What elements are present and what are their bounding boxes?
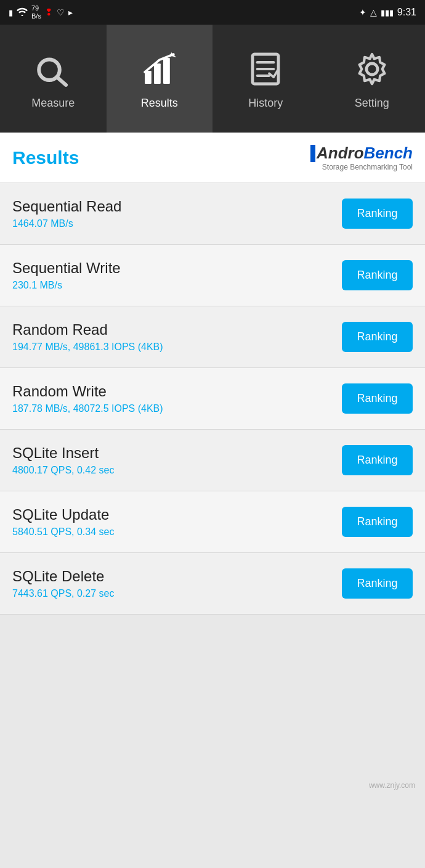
result-info-sqlite-insert: SQLite Insert 4800.17 QPS, 0.42 sec bbox=[12, 444, 342, 476]
result-info-sqlite-delete: SQLite Delete 7443.61 QPS, 0.27 sec bbox=[12, 568, 342, 599]
result-row-sqlite-insert: SQLite Insert 4800.17 QPS, 0.42 sec Rank… bbox=[0, 430, 425, 491]
result-value-sequential-read: 1464.07 MB/s bbox=[12, 218, 342, 229]
result-value-sequential-write: 230.1 MB/s bbox=[12, 280, 342, 291]
tab-measure[interactable]: Measure bbox=[0, 25, 107, 133]
watermark: www.znjy.com bbox=[0, 775, 425, 796]
battery-icon: ▮▮▮ bbox=[381, 8, 394, 17]
ranking-btn-sqlite-update[interactable]: Ranking bbox=[342, 507, 413, 537]
brand-name: AndroBench bbox=[317, 144, 413, 163]
result-row-sqlite-delete: SQLite Delete 7443.61 QPS, 0.27 sec Rank… bbox=[0, 553, 425, 615]
svg-rect-2 bbox=[145, 71, 152, 84]
speed-text: 79B/s bbox=[31, 4, 41, 20]
brand-accent bbox=[310, 145, 315, 162]
result-name-sequential-write: Sequential Write bbox=[12, 260, 342, 277]
tab-measure-label: Measure bbox=[31, 97, 75, 110]
result-info-sqlite-update: SQLite Update 5840.51 QPS, 0.34 sec bbox=[12, 506, 342, 538]
time-display: 9:31 bbox=[397, 7, 416, 18]
status-bar: ▮ 79B/s ❢ ♡ ▸ ✦ △ ▮▮▮ 9:31 bbox=[0, 0, 425, 25]
nav-tabs: Measure Results History bbox=[0, 25, 425, 133]
history-icon bbox=[244, 47, 287, 91]
svg-rect-3 bbox=[154, 63, 161, 84]
results-icon bbox=[138, 47, 181, 91]
result-row-sequential-read: Sequential Read 1464.07 MB/s Ranking bbox=[0, 183, 425, 245]
status-left-icons: ▮ 79B/s ❢ ♡ ▸ bbox=[9, 4, 73, 20]
brand-andro: Andro bbox=[317, 144, 364, 162]
result-value-sqlite-insert: 4800.17 QPS, 0.42 sec bbox=[12, 465, 342, 476]
result-value-sqlite-delete: 7443.61 QPS, 0.27 sec bbox=[12, 588, 342, 599]
setting-icon bbox=[350, 47, 394, 91]
result-name-random-read: Random Read bbox=[12, 321, 342, 338]
ranking-btn-random-write[interactable]: Ranking bbox=[342, 383, 413, 414]
ranking-btn-random-read[interactable]: Ranking bbox=[342, 322, 413, 352]
status-right-icons: ✦ △ ▮▮▮ 9:31 bbox=[359, 7, 416, 18]
measure-icon bbox=[31, 47, 75, 91]
brand-bench: Bench bbox=[364, 144, 413, 162]
result-row-sequential-write: Sequential Write 230.1 MB/s Ranking bbox=[0, 245, 425, 306]
tab-history[interactable]: History bbox=[212, 25, 319, 133]
shield-icon: ▸ bbox=[68, 7, 73, 17]
page-title: Results bbox=[12, 147, 79, 168]
ranking-btn-sqlite-insert[interactable]: Ranking bbox=[342, 445, 413, 475]
result-value-random-read: 194.77 MB/s, 49861.3 IOPS (4KB) bbox=[12, 342, 342, 353]
brand-logo: AndroBench Storage Benchmarking Tool bbox=[310, 144, 413, 171]
ranking-btn-sqlite-delete[interactable]: Ranking bbox=[342, 568, 413, 599]
result-info-random-write: Random Write 187.78 MB/s, 48072.5 IOPS (… bbox=[12, 383, 342, 414]
ranking-btn-sequential-read[interactable]: Ranking bbox=[342, 199, 413, 229]
ranking-btn-sequential-write[interactable]: Ranking bbox=[342, 260, 413, 290]
result-name-sqlite-insert: SQLite Insert bbox=[12, 444, 342, 462]
tab-setting[interactable]: Setting bbox=[319, 25, 426, 133]
svg-line-1 bbox=[57, 77, 66, 85]
results-list: Sequential Read 1464.07 MB/s Ranking Seq… bbox=[0, 183, 425, 615]
tab-results-label: Results bbox=[141, 97, 178, 110]
huawei-icon: ❢ bbox=[45, 7, 53, 18]
tab-results[interactable]: Results bbox=[107, 25, 213, 133]
result-name-sequential-read: Sequential Read bbox=[12, 198, 342, 215]
brand-subtitle: Storage Benchmarking Tool bbox=[322, 163, 413, 171]
page-header: Results AndroBench Storage Benchmarking … bbox=[0, 133, 425, 183]
bluetooth-icon: ✦ bbox=[359, 7, 366, 17]
watermark-text: www.znjy.com bbox=[369, 781, 415, 790]
result-name-sqlite-update: SQLite Update bbox=[12, 506, 342, 523]
heart-icon: ♡ bbox=[57, 7, 65, 17]
result-row-random-read: Random Read 194.77 MB/s, 49861.3 IOPS (4… bbox=[0, 306, 425, 368]
tab-history-label: History bbox=[248, 97, 283, 110]
result-name-sqlite-delete: SQLite Delete bbox=[12, 568, 342, 585]
result-info-random-read: Random Read 194.77 MB/s, 49861.3 IOPS (4… bbox=[12, 321, 342, 353]
result-value-random-write: 187.78 MB/s, 48072.5 IOPS (4KB) bbox=[12, 403, 342, 414]
bottom-space bbox=[0, 615, 425, 775]
result-row-sqlite-update: SQLite Update 5840.51 QPS, 0.34 sec Rank… bbox=[0, 491, 425, 553]
result-row-random-write: Random Write 187.78 MB/s, 48072.5 IOPS (… bbox=[0, 368, 425, 430]
tab-setting-label: Setting bbox=[355, 97, 389, 110]
result-name-random-write: Random Write bbox=[12, 383, 342, 400]
result-value-sqlite-update: 5840.51 QPS, 0.34 sec bbox=[12, 526, 342, 538]
svg-rect-4 bbox=[163, 58, 170, 84]
svg-point-10 bbox=[366, 63, 378, 75]
sim-icon: ▮ bbox=[9, 8, 13, 17]
wifi-icon bbox=[17, 7, 28, 18]
silent-icon: △ bbox=[370, 7, 377, 17]
result-info-sequential-write: Sequential Write 230.1 MB/s bbox=[12, 260, 342, 291]
result-info-sequential-read: Sequential Read 1464.07 MB/s bbox=[12, 198, 342, 229]
